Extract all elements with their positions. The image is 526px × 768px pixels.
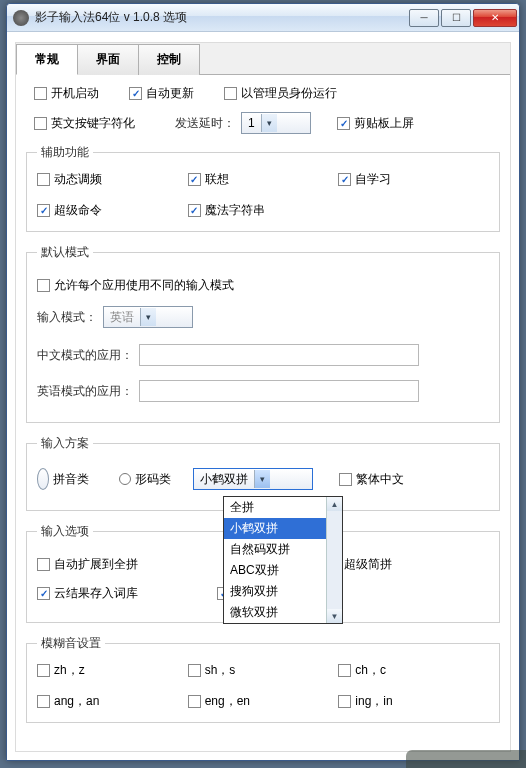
- startup-label: 开机启动: [51, 85, 99, 102]
- en-apps-label: 英语模式的应用：: [37, 383, 133, 400]
- ch-c-checkbox[interactable]: ch，c: [338, 662, 489, 679]
- chevron-down-icon: [254, 470, 270, 488]
- dropdown-option[interactable]: 搜狗双拼: [224, 581, 342, 602]
- ascii-mode-label: 英文按键字符化: [51, 115, 135, 132]
- window-title: 影子输入法64位 v 1.0.8 选项: [35, 9, 409, 26]
- fuzzy-group: 模糊音设置 zh，z sh，s ch，c ang，an eng，en ing，i…: [26, 635, 500, 723]
- trad-checkbox[interactable]: 繁体中文: [339, 471, 404, 488]
- ing-in-checkbox[interactable]: ing，in: [338, 693, 489, 710]
- default-mode-group: 默认模式 允许每个应用使用不同的输入模式 输入模式： 英语 中文模式的应用：: [26, 244, 500, 423]
- schema-value: 小鹤双拼: [200, 471, 248, 488]
- close-button[interactable]: ✕: [473, 9, 517, 27]
- aux-group: 辅助功能 动态调频 联想 自学习 超级命令 魔法字符串: [26, 144, 500, 232]
- pinyin-radio[interactable]: 拼音类: [37, 468, 89, 490]
- schema-dropdown[interactable]: 全拼 小鹤双拼 自然码双拼 ABC双拼 搜狗双拼 微软双拼 ▲ ▼: [223, 496, 343, 624]
- app-icon: [13, 10, 29, 26]
- per-app-checkbox[interactable]: 允许每个应用使用不同的输入模式: [37, 277, 234, 294]
- en-apps-input[interactable]: [139, 380, 419, 402]
- scroll-up-icon[interactable]: ▲: [327, 497, 342, 511]
- auto-expand-checkbox[interactable]: 自动扩展到全拼: [37, 556, 217, 573]
- mode-select[interactable]: 英语: [103, 306, 193, 328]
- send-delay-select[interactable]: 1: [241, 112, 311, 134]
- clipboard-label: 剪贴板上屏: [354, 115, 414, 132]
- chevron-down-icon: [261, 114, 277, 132]
- dyn-freq-checkbox[interactable]: 动态调频: [37, 171, 188, 188]
- send-delay-value: 1: [248, 116, 255, 130]
- eng-en-checkbox[interactable]: eng，en: [188, 693, 339, 710]
- tab-control[interactable]: 控制: [139, 44, 200, 75]
- dropdown-option[interactable]: 小鹤双拼: [224, 518, 342, 539]
- minimize-button[interactable]: ─: [409, 9, 439, 27]
- mode-label: 输入模式：: [37, 309, 97, 326]
- send-delay-label: 发送延时：: [175, 115, 235, 132]
- ang-an-checkbox[interactable]: ang，an: [37, 693, 188, 710]
- run-admin-label: 以管理员身份运行: [241, 85, 337, 102]
- tab-ui[interactable]: 界面: [78, 44, 139, 75]
- dropdown-option[interactable]: 全拼: [224, 497, 342, 518]
- dropdown-option[interactable]: ABC双拼: [224, 560, 342, 581]
- fuzzy-legend: 模糊音设置: [37, 635, 105, 652]
- tab-bar: 常规 界面 控制: [16, 43, 510, 75]
- super-cmd-checkbox[interactable]: 超级命令: [37, 202, 188, 219]
- xingma-radio[interactable]: 形码类: [119, 471, 171, 488]
- magic-str-checkbox[interactable]: 魔法字符串: [188, 202, 339, 219]
- chevron-down-icon: [140, 308, 156, 326]
- input-opts-legend: 输入选项: [37, 523, 93, 540]
- cn-apps-input[interactable]: [139, 344, 419, 366]
- startup-checkbox[interactable]: 开机启动: [34, 85, 99, 102]
- auto-update-label: 自动更新: [146, 85, 194, 102]
- sh-s-checkbox[interactable]: sh，s: [188, 662, 339, 679]
- schema-select[interactable]: 小鹤双拼: [193, 468, 313, 490]
- titlebar[interactable]: 影子输入法64位 v 1.0.8 选项 ─ ☐ ✕: [7, 4, 519, 32]
- ascii-mode-checkbox[interactable]: 英文按键字符化: [34, 115, 135, 132]
- schema-legend: 输入方案: [37, 435, 93, 452]
- aux-legend: 辅助功能: [37, 144, 93, 161]
- zh-z-checkbox[interactable]: zh，z: [37, 662, 188, 679]
- overlay-smudge: [406, 750, 526, 768]
- cn-apps-label: 中文模式的应用：: [37, 347, 133, 364]
- mode-value: 英语: [110, 309, 134, 326]
- auto-update-checkbox[interactable]: 自动更新: [129, 85, 194, 102]
- cloud-save-checkbox[interactable]: 云结果存入词库: [37, 585, 217, 602]
- assoc-checkbox[interactable]: 联想: [188, 171, 339, 188]
- scroll-down-icon[interactable]: ▼: [327, 609, 342, 623]
- settings-window: 影子输入法64位 v 1.0.8 选项 ─ ☐ ✕ 常规 界面 控制 开机启动 …: [6, 3, 520, 761]
- tab-general[interactable]: 常规: [16, 44, 78, 75]
- maximize-button[interactable]: ☐: [441, 9, 471, 27]
- dropdown-scrollbar[interactable]: ▲ ▼: [326, 497, 342, 623]
- dropdown-option[interactable]: 微软双拼: [224, 602, 342, 623]
- clipboard-checkbox[interactable]: 剪贴板上屏: [337, 115, 414, 132]
- dropdown-option[interactable]: 自然码双拼: [224, 539, 342, 560]
- default-mode-legend: 默认模式: [37, 244, 93, 261]
- self-learn-checkbox[interactable]: 自学习: [338, 171, 489, 188]
- run-admin-checkbox[interactable]: 以管理员身份运行: [224, 85, 337, 102]
